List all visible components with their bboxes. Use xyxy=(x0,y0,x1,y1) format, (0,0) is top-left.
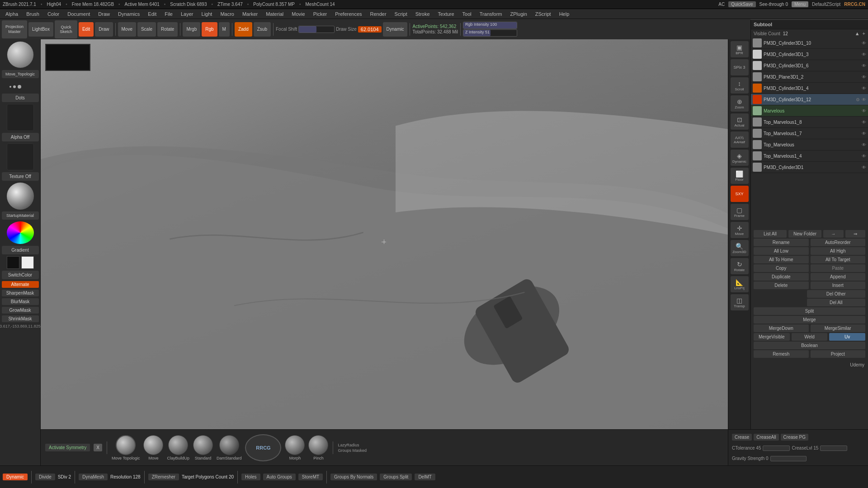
menu-file[interactable]: File xyxy=(161,10,176,18)
merge-visible-btn[interactable]: MergeVisible xyxy=(754,333,790,341)
menu-zplugin[interactable]: ZPlugin xyxy=(507,10,531,18)
spix-btn[interactable]: SPix 3 xyxy=(731,59,749,75)
texture-preview[interactable] xyxy=(7,143,34,170)
rename-btn[interactable]: Rename xyxy=(754,239,809,246)
layer-item-selected[interactable]: PM3D_Cylinder3D1_12 ⚙ 👁 xyxy=(751,94,868,105)
rotate3d-btn[interactable]: ↻Rotate xyxy=(731,258,749,274)
groups-by-normals-btn[interactable]: Groups By Normals xyxy=(330,474,377,480)
z-intensity-slider[interactable]: Z Intensity 51 xyxy=(463,29,517,37)
layer-item[interactable]: PM3D_Cylinder3D1_4 👁 xyxy=(751,83,868,94)
dynamic-btn-bottom[interactable]: Dynamic xyxy=(3,474,28,480)
menu-draw[interactable]: Draw xyxy=(94,10,113,18)
paste-btn[interactable]: Paste xyxy=(811,264,866,272)
folder-arrow2-btn[interactable]: ⇒ xyxy=(845,230,866,238)
quicksave-button[interactable]: QuickSave xyxy=(728,1,755,7)
layer-item[interactable]: Top_Marvelous1_7 👁 xyxy=(751,128,868,139)
zoom-btn[interactable]: ⊕Zoom xyxy=(731,95,749,112)
merge-similar-btn[interactable]: MergeSimilar xyxy=(811,324,866,332)
menu-preferences[interactable]: Preferences xyxy=(331,10,365,18)
layer-item[interactable]: PM3D_Cylinder3D1_6 👁 xyxy=(751,60,868,71)
target-polygons-label[interactable]: Target Polygons Count 20 xyxy=(182,474,234,479)
uv-btn[interactable]: Uv xyxy=(829,333,865,341)
layer-item[interactable]: PM3D_Cylinder3D1 👁 xyxy=(751,162,868,173)
move-btn[interactable]: Move xyxy=(118,22,136,37)
symmetry-x-indicator[interactable]: X xyxy=(94,444,102,451)
canvas-area[interactable] xyxy=(41,39,750,465)
all-to-target-btn[interactable]: All To Target xyxy=(811,256,866,263)
dynamic-btn[interactable]: Dynamic xyxy=(383,22,408,37)
menu-stroke[interactable]: Stroke xyxy=(412,10,434,18)
layer-item[interactable]: PM3D_Cylinder3D1_3 👁 xyxy=(751,49,868,60)
scale-btn[interactable]: Scale xyxy=(137,22,156,37)
startup-material-label[interactable]: StartupMaterial xyxy=(2,211,39,220)
folder-arrow-btn[interactable]: → xyxy=(823,230,844,238)
delete-btn[interactable]: Delete xyxy=(754,282,809,289)
weld-btn[interactable]: Weld xyxy=(792,333,828,341)
edit-btn[interactable]: Edit xyxy=(79,22,94,37)
dynamesh-btn[interactable]: DynaMesh xyxy=(79,474,108,480)
brush-pinch[interactable]: Pinch xyxy=(308,435,328,460)
floor-btn[interactable]: ⬜Floor xyxy=(731,168,749,184)
grow-mask-btn[interactable]: GrowMask xyxy=(2,307,39,314)
menu-marker[interactable]: Marker xyxy=(239,10,261,18)
lightbox-btn[interactable]: LightBox xyxy=(28,22,53,37)
crease-all-btn[interactable]: CreaseAll xyxy=(754,434,778,441)
brush-move[interactable]: Move xyxy=(143,435,163,460)
aahalf-btn[interactable]: AA½AAHalf xyxy=(731,131,749,148)
menu-material[interactable]: Material xyxy=(262,10,287,18)
all-to-home-btn[interactable]: All To Home xyxy=(754,256,809,263)
menu-light[interactable]: Light xyxy=(198,10,216,18)
plus-icon[interactable]: + xyxy=(863,31,865,36)
del-mt-btn[interactable]: DelMT xyxy=(415,474,435,480)
sharpen-mask-btn[interactable]: SharpenMask xyxy=(2,290,39,296)
color-swatch-white[interactable] xyxy=(21,256,34,269)
menu-alpha[interactable]: Alpha xyxy=(2,10,22,18)
menu-button[interactable]: Menu xyxy=(792,1,808,7)
brush-damstandard[interactable]: DamStandard xyxy=(217,435,242,460)
menu-script[interactable]: Script xyxy=(391,10,411,18)
duplicate-btn[interactable]: Duplicate xyxy=(754,273,809,281)
projection-master-btn[interactable]: Projection Master xyxy=(2,20,27,38)
move3d-btn[interactable]: ✛Move xyxy=(731,222,749,238)
brush-morph[interactable]: Morph xyxy=(285,435,305,460)
draw-btn[interactable]: Draw xyxy=(95,22,113,37)
merge-down-btn[interactable]: MergeDown xyxy=(754,324,809,332)
material-sphere[interactable] xyxy=(7,183,34,210)
zadd-btn[interactable]: Zadd xyxy=(235,22,252,37)
draw-size-val[interactable]: 62.0104 xyxy=(358,26,382,33)
resolution-label[interactable]: Resolution 128 xyxy=(110,474,141,479)
del-other-btn[interactable]: Del Other xyxy=(807,290,866,298)
scroll-btn[interactable]: ↕Scroll xyxy=(731,77,749,94)
focal-shift-val[interactable] xyxy=(298,26,335,33)
menu-brush[interactable]: Brush xyxy=(23,10,43,18)
switch-color-btn[interactable]: SwitchColor xyxy=(2,271,39,279)
remesh-btn[interactable]: Remesh xyxy=(754,350,809,358)
alpha-off-label[interactable]: Alpha Off xyxy=(2,133,39,141)
menu-edit[interactable]: Edit xyxy=(144,10,160,18)
menu-document[interactable]: Document xyxy=(64,10,94,18)
frame-btn[interactable]: ▢Frame xyxy=(731,204,749,220)
crease-lvl-slider[interactable] xyxy=(820,446,847,451)
divide-btn[interactable]: Divide xyxy=(35,474,55,480)
transp-btn[interactable]: ◫Transp xyxy=(731,294,749,310)
rotate-btn[interactable]: Rotate xyxy=(157,22,178,37)
merge-btn[interactable]: Merge xyxy=(754,316,865,324)
brush-standard[interactable]: Standard xyxy=(193,435,213,460)
sdiv-label[interactable]: SDiv 2 xyxy=(58,474,71,479)
quick-sketch-btn[interactable]: Quick Sketch xyxy=(55,20,77,38)
crease-pg-btn[interactable]: Crease PG xyxy=(781,434,808,441)
menu-texture[interactable]: Texture xyxy=(434,10,458,18)
blur-mask-btn[interactable]: BlurMask xyxy=(2,298,39,305)
lnsprj-btn[interactable]: 📐LnsPrj xyxy=(731,276,749,292)
holes-btn[interactable]: Holes xyxy=(241,474,260,480)
all-high-btn[interactable]: All High xyxy=(811,247,866,255)
default-script[interactable]: DefaultZScript xyxy=(812,2,840,7)
project-btn[interactable]: Project xyxy=(811,350,866,358)
boolean-btn[interactable]: Boolean xyxy=(754,342,865,349)
layer-item[interactable]: PM3D_Plane3D1_2 👁 xyxy=(751,71,868,83)
menu-movie[interactable]: Movie xyxy=(288,10,308,18)
brush-name[interactable]: Move_Topologic xyxy=(2,70,39,78)
menu-color[interactable]: Color xyxy=(44,10,63,18)
crease-btn[interactable]: Crease xyxy=(732,434,752,441)
c-tolerance-slider[interactable] xyxy=(763,446,790,451)
